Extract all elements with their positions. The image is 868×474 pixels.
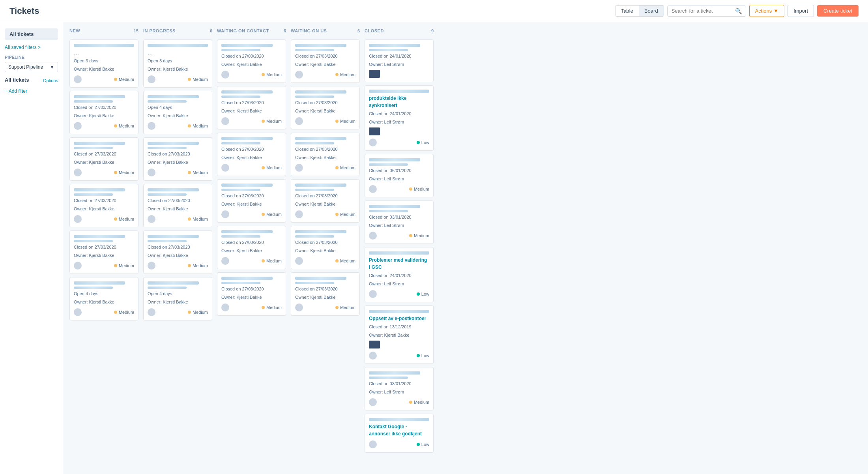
ticket-card[interactable]: Closed on 27/03/2020Owner: Kjersti Bakke… bbox=[143, 230, 212, 274]
priority-badge: Medium bbox=[188, 310, 208, 315]
ticket-owner: Owner: Leif Strøm bbox=[369, 281, 429, 287]
add-filter-button[interactable]: + Add filter bbox=[0, 88, 63, 94]
column-closed: CLOSED 9 Closed on 24/01/2020Owner: Leif… bbox=[365, 28, 434, 468]
ticket-blur-2 bbox=[148, 287, 187, 289]
ticket-footer: Medium bbox=[148, 75, 208, 83]
ticket-card[interactable]: Closed on 27/03/2020Owner: Kjersti Bakke… bbox=[217, 133, 286, 176]
ticket-owner: Owner: Kjersti Bakke bbox=[295, 61, 355, 68]
ticket-card[interactable]: Open 4 daysOwner: Kjersti Bakke Medium bbox=[143, 277, 212, 320]
priority-badge: Medium bbox=[114, 263, 134, 268]
ticket-footer: Medium bbox=[148, 308, 208, 316]
ticket-blur-2 bbox=[221, 189, 260, 191]
ticket-card[interactable]: Oppsett av e-postkontoerClosed on 13/12/… bbox=[365, 305, 434, 364]
priority-label: Medium bbox=[266, 72, 282, 77]
column-title-in-progress: IN PROGRESS bbox=[143, 28, 176, 33]
sidebar-all-tickets[interactable]: All tickets bbox=[5, 28, 58, 40]
table-view-button[interactable]: Table bbox=[615, 6, 639, 16]
ticket-footer: Medium bbox=[148, 215, 208, 223]
priority-label: Medium bbox=[193, 263, 208, 268]
column-in-progress: IN PROGRESS 6 ...Open 3 daysOwner: Kjers… bbox=[143, 28, 212, 468]
ticket-card[interactable]: Closed on 27/03/2020Owner: Kjersti Bakke… bbox=[217, 39, 286, 83]
priority-label: Medium bbox=[266, 259, 282, 263]
ticket-card[interactable]: Closed on 27/03/2020Owner: Kjersti Bakke… bbox=[217, 86, 286, 129]
ticket-status: Closed on 27/03/2020 bbox=[221, 146, 282, 153]
create-ticket-button[interactable]: Create ticket bbox=[817, 5, 859, 17]
ticket-card[interactable]: Closed on 27/03/2020Owner: Kjersti Bakke… bbox=[69, 91, 138, 134]
ticket-card[interactable]: Open 4 daysOwner: Kjersti Bakke Medium bbox=[143, 91, 212, 134]
ticket-card[interactable]: Closed on 27/03/2020Owner: Kjersti Bakke… bbox=[217, 272, 286, 316]
ticket-card[interactable]: Closed on 27/03/2020Owner: Kjersti Bakke… bbox=[291, 226, 360, 269]
ticket-title-highlighted: Problemer med validering i GSC bbox=[369, 257, 429, 271]
ticket-card[interactable]: Closed on 24/01/2020Owner: Leif Strøm bbox=[365, 39, 434, 82]
ticket-card[interactable]: Closed on 27/03/2020Owner: Kjersti Bakke… bbox=[217, 179, 286, 223]
ticket-footer: Medium bbox=[221, 257, 282, 265]
ticket-card[interactable]: Closed on 27/03/2020Owner: Kjersti Bakke… bbox=[291, 179, 360, 223]
ticket-status: Closed on 27/03/2020 bbox=[148, 197, 208, 204]
ticket-owner: Owner: Leif Strøm bbox=[369, 389, 429, 395]
ticket-card[interactable]: Closed on 03/01/2020Owner: Leif Strøm Me… bbox=[365, 367, 434, 410]
ticket-blur-2 bbox=[74, 193, 113, 196]
search-input[interactable] bbox=[672, 8, 733, 14]
avatar bbox=[148, 215, 155, 223]
ticket-card[interactable]: Closed on 27/03/2020Owner: Kjersti Bakke… bbox=[143, 184, 212, 227]
ticket-card[interactable]: Closed on 27/03/2020Owner: Kjersti Bakke… bbox=[291, 86, 360, 129]
ticket-card[interactable]: Kontakt Google - annonser ikke godkjent … bbox=[365, 414, 434, 453]
ticket-footer: Medium bbox=[74, 122, 134, 130]
ticket-card[interactable]: Closed on 27/03/2020Owner: Kjersti Bakke… bbox=[69, 230, 138, 274]
column-title-waiting-us: WAITING ON US bbox=[291, 28, 327, 33]
priority-badge: Medium bbox=[114, 310, 134, 315]
ticket-footer: Medium bbox=[295, 304, 355, 311]
ticket-card[interactable]: Closed on 27/03/2020Owner: Kjersti Bakke… bbox=[69, 137, 138, 181]
ticket-footer: Medium bbox=[221, 117, 282, 125]
ticket-card[interactable]: Open 4 daysOwner: Kjersti Bakke Medium bbox=[69, 277, 138, 320]
ticket-owner: Owner: Kjersti Bakke bbox=[295, 201, 355, 208]
ticket-card[interactable]: ...Open 3 daysOwner: Kjersti Bakke Mediu… bbox=[69, 39, 138, 88]
priority-badge: Medium bbox=[188, 263, 208, 268]
ticket-owner: Owner: Kjersti Bakke bbox=[74, 66, 134, 73]
ticket-card[interactable]: Closed on 27/03/2020Owner: Kjersti Bakke… bbox=[291, 39, 360, 83]
avatar bbox=[221, 210, 229, 218]
ticket-blur bbox=[148, 188, 199, 191]
ticket-card[interactable]: produktside ikke synkronisertClosed on 2… bbox=[365, 85, 434, 151]
ticket-card[interactable]: Closed on 27/03/2020Owner: Kjersti Bakke… bbox=[143, 137, 212, 181]
ticket-card[interactable]: Closed on 27/03/2020Owner: Kjersti Bakke… bbox=[291, 133, 360, 176]
priority-dot bbox=[114, 311, 117, 314]
priority-badge: Medium bbox=[335, 165, 355, 170]
ticket-card[interactable]: Closed on 27/03/2020Owner: Kjersti Bakke… bbox=[291, 272, 360, 316]
priority-badge: Medium bbox=[262, 212, 282, 217]
priority-dot bbox=[335, 73, 339, 76]
avatar bbox=[369, 352, 377, 360]
ticket-status: Closed on 27/03/2020 bbox=[148, 244, 208, 251]
ticket-blur-2 bbox=[295, 235, 334, 238]
pipeline-section: Pipeline Support Pipeline ▼ bbox=[0, 55, 63, 72]
ticket-footer: Medium bbox=[295, 117, 355, 125]
ticket-blur-2 bbox=[221, 235, 260, 238]
priority-badge: Low bbox=[417, 442, 429, 447]
ticket-blur-2 bbox=[221, 49, 260, 51]
board-view-button[interactable]: Board bbox=[639, 6, 664, 16]
priority-badge: Medium bbox=[188, 217, 208, 221]
ticket-footer: Medium bbox=[221, 210, 282, 218]
column-title-waiting-contact: WAITING ON CONTACT bbox=[217, 28, 269, 33]
ticket-card[interactable]: Problemer med validering i GSCClosed on … bbox=[365, 247, 434, 302]
ticket-status: Open 3 days bbox=[74, 58, 134, 64]
ticket-card[interactable]: Closed on 06/01/2020Owner: Leif Strøm Me… bbox=[365, 154, 434, 197]
saved-filters-link[interactable]: All saved filters > bbox=[0, 45, 63, 50]
import-button[interactable]: Import bbox=[788, 5, 814, 17]
column-waiting-us: WAITING ON US 6 Closed on 27/03/2020Owne… bbox=[291, 28, 360, 468]
ticket-card[interactable]: Closed on 27/03/2020Owner: Kjersti Bakke… bbox=[69, 184, 138, 227]
ticket-owner: Owner: Kjersti Bakke bbox=[74, 206, 134, 212]
ticket-card[interactable]: Closed on 03/01/2020Owner: Leif Strøm Me… bbox=[365, 200, 434, 244]
options-link[interactable]: Options bbox=[43, 78, 58, 83]
actions-button[interactable]: Actions ▼ bbox=[749, 5, 785, 17]
topbar: Tickets Table Board 🔍 Actions ▼ Import C… bbox=[0, 0, 868, 22]
avatar bbox=[74, 75, 82, 83]
pipeline-select[interactable]: Support Pipeline ▼ bbox=[5, 62, 58, 72]
ticket-blur-2 bbox=[295, 49, 334, 51]
ticket-card[interactable]: Closed on 27/03/2020Owner: Kjersti Bakke… bbox=[217, 226, 286, 269]
ticket-owner: Owner: Kjersti Bakke bbox=[221, 247, 282, 254]
avatar bbox=[148, 262, 155, 270]
priority-label: Low bbox=[421, 442, 429, 447]
ticket-card[interactable]: ...Open 3 daysOwner: Kjersti Bakke Mediu… bbox=[143, 39, 212, 88]
priority-badge: Medium bbox=[188, 77, 208, 82]
